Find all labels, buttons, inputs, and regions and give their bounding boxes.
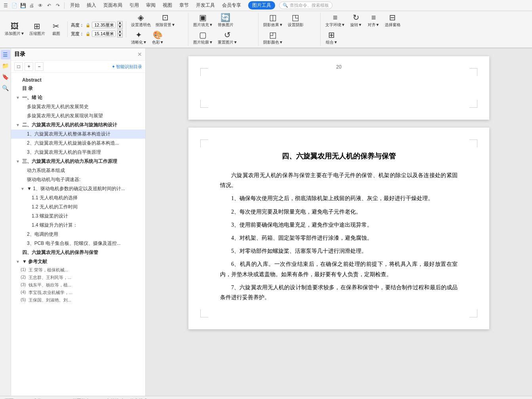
toc-item-ch1[interactable]: ▼ 一、绪 论 [11,93,145,102]
align-btn[interactable]: ≡ 对齐▼ [366,13,382,29]
height-spinner[interactable]: ▲ ▼ [117,21,123,29]
toc-item-3-1[interactable]: 动力系统基本组成 [11,166,145,175]
sharpen-btn[interactable]: ✦ 清晰化▼ [129,30,148,46]
smart-label: 智能识别目录 [116,64,142,70]
toc-item-1-2[interactable]: 多旋翼农用无人机的发展现状与展望 [11,111,145,120]
toc-item-text: 1、六旋翼农用无人机整体基本构造设计 [27,131,142,137]
toc-view-btn[interactable]: □ [14,62,23,71]
text-wrap-btn[interactable]: ≡ 文字环绕▼ [324,13,347,29]
ref-text: 王忠群、王利民等，... [28,275,142,281]
toc-close-btn[interactable]: ✕ [137,51,142,57]
toc-item-3-5[interactable]: 3、PCB 电子集合板、陀螺仪、摄像及遥控... [11,239,145,248]
ref-item-1[interactable]: (1) 王 荣等，植保机械... [11,266,145,274]
outline-btn[interactable]: ▢ 图片轮廓▼ [192,30,215,46]
menu-review[interactable]: 审阅 [143,1,159,10]
add-image-btn[interactable]: 🖼 添加图片▼ [3,21,26,37]
menu-redo-icon[interactable]: ↷ [54,2,62,10]
width-down[interactable]: ▼ [117,34,123,38]
menu-vip[interactable]: 会员专享 [219,1,244,10]
color-btn[interactable]: 🎨 色彩▼ [150,30,166,46]
reset-btn[interactable]: ↺ 重置图片▼ [216,30,239,46]
search-icon: 🔍 [283,3,288,8]
width-up[interactable]: ▲ [117,30,123,34]
compress-image-btn[interactable]: ⊞ 压缩图片 [28,21,47,37]
toc-item-contents[interactable]: 目 录 [11,84,145,93]
toc-item-ch2[interactable]: ▼ 二、六旋翼农用无人机的机体与旋施结构设计 [11,120,145,130]
set-shadow-btn[interactable]: ◳ 设置阴影 [286,13,305,29]
menu-preview-icon[interactable]: 👁 [36,2,44,10]
height-input[interactable] [92,22,116,28]
menu-insert[interactable]: 插入 [84,1,99,10]
transparent-btn[interactable]: ◈ 设置透明色 [129,13,152,29]
ref-item-5[interactable]: (5) 王保国、刘淑艳、刘... [11,296,145,304]
menu-view[interactable]: 视图 [160,1,175,10]
status-bar: 页面: 20/23 字数: 12953 ✓ ✓ 拼写检查 ✓ ✓ 文档校对 兼容… [0,396,532,399]
sidebar-icon-toc[interactable]: ☰ [1,50,10,59]
toc-item-1-1[interactable]: 多旋翼农用无人机的发展简史 [11,102,145,111]
shadow-effect-btn[interactable]: ◫ 阴影效果▼ [262,13,285,29]
toc-item-3-2[interactable]: 驱动电动机与电子调速器: [11,175,145,184]
toc-item-text: 目 录 [22,85,142,92]
toc-smart-btn[interactable]: ✦ 智能识别目录 [112,64,142,70]
toc-item-refs[interactable]: ▼ ▼ 参考文献 [11,257,145,266]
toc-item-ch4[interactable]: 四、六旋翼农用无人机的保养与保管 [11,248,145,257]
align-icon: ≡ [371,13,376,21]
toc-item-3-3-1[interactable]: 1.1 无人机电机的选择 [11,193,145,202]
menu-undo-icon[interactable]: ↶ [45,2,53,10]
toc-item-3-4[interactable]: 2、电调的使用 [11,230,145,239]
menu-dev-tools[interactable]: 开发工具 [193,1,218,10]
toc-add-btn[interactable]: + [25,62,33,71]
search-bar[interactable]: 🔍 查找命令、搜索模板 [279,2,332,9]
toc-item-text: Abstract [22,77,142,83]
toc-remove-btn[interactable]: − [35,62,44,71]
fill-btn[interactable]: ▣ 图片填充▼ [192,13,215,29]
ref-item-3[interactable]: (3) 钱东平、杨欣等，植... [11,281,145,289]
image-tools-tab[interactable]: 图片工具 [248,1,275,10]
menu-hamburger[interactable]: ☰ [2,2,10,10]
toc-item-text: ▼ 1、驱动电机参数的确定以及巡航时间的计... [27,185,142,192]
menu-file-icon[interactable]: 📄 [10,2,18,10]
ref-num: (1) [21,267,28,272]
expand-icon: ▼ [16,260,21,264]
toc-item-2-3[interactable]: 3、六旋翼农用无人机的自平衡原理 [11,148,145,157]
select-pane-btn[interactable]: ⊟ 选择窗格 [383,13,402,29]
menu-chapter[interactable]: 章节 [176,1,192,10]
lock-icon: 🔒 [86,23,90,27]
toc-item-2-1[interactable]: 1、六旋翼农用无人机整体基本构造设计 [11,130,145,139]
height-down[interactable]: ▼ [117,25,123,29]
sidebar-icon-files[interactable]: 📁 [1,61,10,71]
toc-item-3-3[interactable]: ▼ ▼ 1、驱动电机参数的确定以及巡航时间的计... [11,184,145,193]
ref-item-2[interactable]: (2) 王忠群、王利民等，... [11,274,145,281]
sidebar-icon-bookmarks[interactable]: 🔖 [1,72,10,82]
toc-item-abstract[interactable]: Abstract [11,76,145,84]
toc-item-3-3-2[interactable]: 1.2 无人机的工作时间 [11,202,145,212]
toc-toolbar: □ + − ✦ 智能识别目录 [11,61,145,73]
group-icon: ⊞ [328,31,335,39]
sidebar-icon-search[interactable]: 🔍 [1,83,10,93]
menu-start[interactable]: 开始 [67,1,83,10]
ref-item-4[interactable]: (4) 李宝筏,农业机械学，... [11,289,145,296]
replace-btn[interactable]: 🔄 替换图片 [216,13,235,29]
corner-br [469,100,477,108]
remove-bg-btn[interactable]: ⊡ 抠除背景▼ [154,13,177,29]
document-area[interactable]: 20 四、六旋翼农用无人机的保养与保管 六旋翼农用无人机的保养与保管主要在于电子… [146,48,532,396]
width-spinner[interactable]: ▲ ▼ [117,30,123,38]
menu-reference[interactable]: 引用 [126,1,142,10]
crop-btn[interactable]: ✂ 裁图 [48,21,64,37]
menu-page-layout[interactable]: 页面布局 [100,1,125,10]
corner-bl [200,309,208,317]
toc-item-2-2[interactable]: 2、六旋翼农用无人机旋施设备的基本构造... [11,139,145,148]
toc-item-3-3-3[interactable]: 1.3 螺旋桨的设计 [11,212,145,221]
menu-print-icon[interactable]: 🖨 [28,2,36,10]
toc-item-ch3[interactable]: ▼ 三、六旋翼农用无人机的动力系统与工作原理 [11,157,145,166]
toc-item-3-3-4[interactable]: 1.4 螺旋升力的计算： [11,221,145,230]
transparent-icon: ◈ [138,13,144,21]
height-up[interactable]: ▲ [117,21,123,25]
text-wrap-icon: ≡ [333,13,338,21]
menu-save-icon[interactable]: 💾 [19,2,27,10]
shadow-color-btn[interactable]: ◰ 阴影颜色▼ [262,30,285,46]
width-input[interactable] [92,31,116,37]
group-btn[interactable]: ⊞ 组合▼ [324,30,340,46]
rotate-btn[interactable]: ↻ 旋转▼ [348,13,364,29]
toc-item-text: 3、六旋翼农用无人机的自平衡原理 [27,149,142,156]
